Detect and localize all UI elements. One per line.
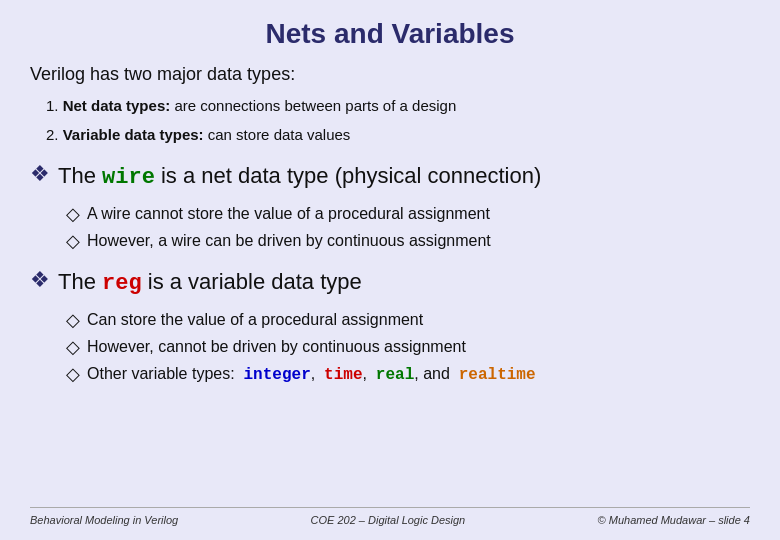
diamond-sub-icon-2: ◇ (66, 229, 80, 254)
numbered-item-2: 2. Variable data types: can store data v… (46, 124, 750, 147)
footer-center: COE 202 – Digital Logic Design (311, 514, 466, 526)
reg-sub-3: ◇ Other variable types: integer, time, r… (66, 363, 750, 387)
wire-sub-1-text: A wire cannot store the value of a proce… (87, 203, 490, 225)
time-keyword: time (324, 366, 362, 384)
content: Verilog has two major data types: 1. Net… (30, 64, 750, 507)
diamond-sub-icon-4: ◇ (66, 335, 80, 360)
wire-sub-2: ◇ However, a wire can be driven by conti… (66, 230, 750, 254)
wire-sub-2-text: However, a wire can be driven by continu… (87, 230, 491, 252)
reg-sub-2: ◇ However, cannot be driven by continuou… (66, 336, 750, 360)
wire-sub-1: ◇ A wire cannot store the value of a pro… (66, 203, 750, 227)
bullet-wire: ❖ The wire is a net data type (physical … (30, 162, 750, 193)
footer: Behavioral Modeling in Verilog COE 202 –… (30, 507, 750, 526)
diamond-icon-2: ❖ (30, 267, 50, 293)
other-types-text: Other variable types: integer, time, rea… (87, 363, 536, 386)
bullet-reg-text: The reg is a variable data type (58, 268, 362, 299)
bullet-wire-text: The wire is a net data type (physical co… (58, 162, 541, 193)
variable-data-types-rest: can store data values (208, 126, 351, 143)
numbered-item-1: 1. Net data types: are connections betwe… (46, 95, 750, 118)
diamond-sub-icon-1: ◇ (66, 202, 80, 227)
number-1: 1. (46, 97, 59, 114)
reg-sub-1: ◇ Can store the value of a procedural as… (66, 309, 750, 333)
net-data-types-label: Net data types: (63, 97, 171, 114)
number-2: 2. (46, 126, 59, 143)
variable-data-types-label: Variable data types: (63, 126, 204, 143)
footer-right: © Muhamed Mudawar – slide 4 (598, 514, 750, 526)
intro-text: Verilog has two major data types: (30, 64, 750, 85)
reg-sub-bullets: ◇ Can store the value of a procedural as… (66, 309, 750, 388)
diamond-sub-icon-5: ◇ (66, 362, 80, 387)
diamond-sub-icon-3: ◇ (66, 308, 80, 333)
slide-title: Nets and Variables (30, 18, 750, 50)
real-keyword: real (376, 366, 414, 384)
bullet-reg: ❖ The reg is a variable data type (30, 268, 750, 299)
slide: Nets and Variables Verilog has two major… (0, 0, 780, 540)
footer-left: Behavioral Modeling in Verilog (30, 514, 178, 526)
net-data-types-rest: are connections between parts of a desig… (174, 97, 456, 114)
reg-keyword: reg (102, 271, 142, 296)
wire-keyword: wire (102, 165, 155, 190)
reg-sub-1-text: Can store the value of a procedural assi… (87, 309, 423, 331)
realtime-keyword: realtime (459, 366, 536, 384)
integer-keyword: integer (244, 366, 311, 384)
reg-sub-2-text: However, cannot be driven by continuous … (87, 336, 466, 358)
wire-sub-bullets: ◇ A wire cannot store the value of a pro… (66, 203, 750, 254)
diamond-icon-1: ❖ (30, 161, 50, 187)
